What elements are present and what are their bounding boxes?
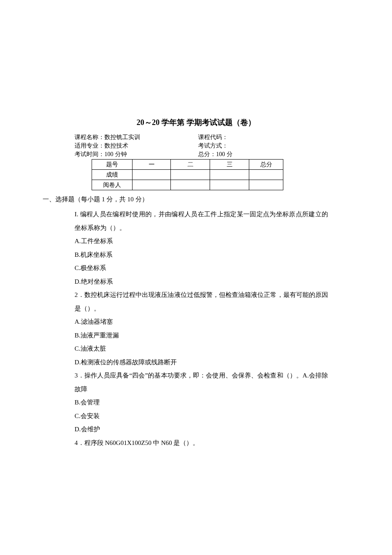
table-cell: 二 <box>171 160 210 170</box>
q2-option-c: C.油液太脏 <box>75 342 328 356</box>
exam-time-value: 100 分钟 <box>104 151 127 157</box>
meta-row: 适用专业：数控技术 考试方式： <box>75 142 341 150</box>
meta-info: 课程名称：数控铣工实训 课程代码： 适用专业：数控技术 考试方式： 考试时间：1… <box>75 134 341 158</box>
q4-text: ．程序段 N60G01X100Z50 中 N60 是（）。 <box>78 439 199 446</box>
table-cell: 总分 <box>249 160 283 170</box>
major-value: 数控技术 <box>104 142 128 149</box>
course-name-label: 课程名称： <box>75 134 104 140</box>
q2-num: 2 <box>75 291 78 298</box>
table-cell <box>249 180 283 190</box>
q4-num: 4 <box>75 439 78 446</box>
exam-document: 20～20 学年第 学期考试试题（卷） 课程名称：数控铣工实训 课程代码： 适用… <box>0 117 392 450</box>
meta-left: 考试时间：100 分钟 <box>75 151 198 158</box>
meta-row: 考试时间：100 分钟 总分：100 分 <box>75 151 341 158</box>
question-text: I. 编程人员在编程时使用的，并由编程人员在工件上指定某一固定点为坐标原点所建立… <box>75 208 328 235</box>
q1-option-a: A.工件坐标系 <box>75 235 328 248</box>
table-row: 题号 一 二 三 总分 <box>92 160 283 170</box>
meta-left: 课程名称：数控铣工实训 <box>75 134 198 141</box>
meta-left: 适用专业：数控技术 <box>75 142 198 150</box>
q2-option-d: D.检测液位的传感器故障或线路断开 <box>75 356 328 369</box>
question-text: 2．数控机床运行过程中出现液压油液位过低报警，但检查油箱液位正常，最有可能的原因… <box>75 288 328 315</box>
section-title: 一、选择题（每小题 1 分，共 10 分） <box>43 195 392 203</box>
course-name-value: 数控铣工实训 <box>104 134 140 140</box>
q3-text: ．操作人员应具备“四会”的基本功要求，即：会使用、会保养、会检查和（）。A.会排… <box>75 372 328 392</box>
page-title: 20～20 学年第 学期考试试题（卷） <box>0 117 392 128</box>
table-cell <box>133 180 171 190</box>
table-cell <box>249 170 283 180</box>
table-cell <box>171 170 210 180</box>
q2-option-a: A.滤油器堵塞 <box>75 315 328 329</box>
exam-mode-label: 考试方式： <box>198 142 341 150</box>
q3-option-d: D.会维护 <box>75 423 328 436</box>
table-cell <box>133 170 171 180</box>
table-cell: 一 <box>133 160 171 170</box>
q1-option-b: B.机床坐标系 <box>75 248 328 262</box>
course-code-label: 课程代码： <box>198 134 341 141</box>
table-cell <box>171 180 210 190</box>
q3-num: 3 <box>75 372 78 379</box>
q2-text: ．数控机床运行过程中出现液压油液位过低报警，但检查油箱液位正常，最有可能的原因是… <box>75 291 328 312</box>
q1-num: I. <box>75 211 78 218</box>
table-row: 成绩 <box>92 170 283 180</box>
table-cell: 阅卷人 <box>92 180 133 190</box>
major-label: 适用专业： <box>75 142 104 149</box>
table-cell: 题号 <box>92 160 133 170</box>
table-cell: 成绩 <box>92 170 133 180</box>
table-cell <box>210 180 249 190</box>
exam-time-label: 考试时间： <box>75 151 104 157</box>
table-cell <box>210 170 249 180</box>
q1-text: 编程人员在编程时使用的，并由编程人员在工件上指定某一固定点为坐标原点所建立的坐标… <box>75 211 328 231</box>
table-row: 阅卷人 <box>92 180 283 190</box>
q3-option-c: C.会安装 <box>75 410 328 423</box>
total-score-label: 总分：100 分 <box>198 151 341 158</box>
meta-row: 课程名称：数控铣工实训 课程代码： <box>75 134 341 141</box>
question-text: 3．操作人员应具备“四会”的基本功要求，即：会使用、会保养、会检查和（）。A.会… <box>75 369 328 396</box>
q1-option-d: D.绝对坐标系 <box>75 275 328 289</box>
questions-container: I. 编程人员在编程时使用的，并由编程人员在工件上指定某一固定点为坐标原点所建立… <box>75 208 328 450</box>
table-cell: 三 <box>210 160 249 170</box>
question-text: 4．程序段 N60G01X100Z50 中 N60 是（）。 <box>75 436 328 450</box>
q3-option-b: B.会管理 <box>75 396 328 410</box>
score-table: 题号 一 二 三 总分 成绩 阅卷人 <box>92 159 283 190</box>
q1-option-c: C.极坐标系 <box>75 262 328 275</box>
q2-option-b: B.油液严重泄漏 <box>75 329 328 343</box>
